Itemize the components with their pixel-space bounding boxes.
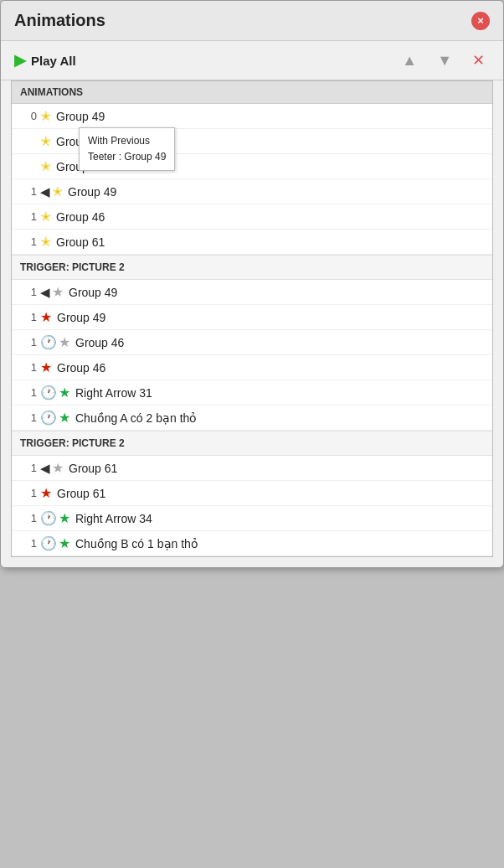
clock-icon: 🕐 [40,535,57,551]
move-up-button[interactable]: ▲ [397,50,422,71]
row-number: 1 [20,537,37,550]
play-all-button[interactable]: ▶ Play All [14,51,76,70]
row-label: Group 49 [57,311,105,324]
table-row[interactable]: 1 🕐 ★ Group 46 [12,330,492,355]
row-label: Chuồng A có 2 bạn thỏ [75,411,197,425]
row-number: 1 [20,361,37,374]
row-label: Group 46 [57,361,105,375]
move-down-button[interactable]: ▼ [432,50,457,71]
tooltip: With Previous Teeter : Group 49 [79,127,175,171]
panel-title: Animations [14,11,105,30]
animations-list: ANIMATIONS 0 ✭ Group 49 With Previous Te… [11,80,493,557]
star-green-icon: ★ [59,510,70,526]
row-label: Group 46 [75,336,124,349]
table-row[interactable]: 1 ★ Group 46 [12,355,492,380]
list-header: ANIMATIONS [12,81,492,104]
star-outline-icon: ★ [52,460,64,476]
cursor-icon: ◀ [40,184,50,199]
star-red-icon: ★ [40,485,52,501]
star-gold-icon: ✭ [40,158,51,174]
row-number: 1 [20,185,37,198]
star-gold-icon: ✭ [40,108,51,124]
star-gold-icon: ✭ [52,183,63,199]
row-label: Group 49 [69,286,117,299]
row-number: 1 [20,462,37,474]
row-number: 1 [20,411,37,424]
table-row[interactable]: 1 🕐 ★ Right Arrow 34 [12,506,492,531]
table-row[interactable]: 1 ◀ ★ Group 49 [12,280,492,305]
clock-icon: 🕐 [40,510,57,526]
clock-icon: 🕐 [40,385,57,400]
row-label: Chuồng B có 1 bạn thỏ [75,537,198,550]
table-row[interactable]: 1 ◀ ✭ Group 49 [12,179,492,204]
row-label: Right Arrow 34 [75,512,152,525]
star-red-icon: ★ [40,309,52,325]
play-all-label: Play All [31,54,76,68]
star-gold-icon: ✭ [40,209,51,225]
cursor-icon: ◀ [40,285,50,300]
star-outline-icon: ★ [52,284,64,300]
table-row[interactable]: 0 ✭ Group 49 With Previous Teeter : Grou… [12,104,492,129]
star-green-icon: ★ [59,385,70,400]
row-number: 1 [20,336,37,349]
table-row[interactable]: 1 ✭ Group 46 [12,204,492,230]
table-row[interactable]: 1 ✭ Group 61 [12,230,492,255]
section-label-1: TRIGGER: PICTURE 2 [12,255,492,280]
table-row[interactable]: 1 🕐 ★ Right Arrow 31 [12,380,492,406]
star-red-icon: ★ [40,359,52,375]
table-row[interactable]: 1 🕐 ★ Chuồng A có 2 bạn thỏ [12,406,492,431]
section-label-2: TRIGGER: PICTURE 2 [12,431,492,456]
delete-button[interactable]: ✕ [467,49,490,71]
star-gold-icon: ✭ [40,234,51,250]
cursor-icon: ◀ [40,461,50,476]
row-number: 1 [20,512,37,524]
row-label: Group 61 [69,462,117,475]
row-label: Group 49 [68,185,116,199]
row-label: Group 61 [57,487,105,500]
clock-icon: 🕐 [40,334,57,350]
star-green-icon: ★ [59,535,70,551]
tooltip-line1: With Previous [88,133,166,149]
row-number: 1 [20,286,37,298]
table-row[interactable]: 1 ★ Group 61 [12,481,492,506]
star-gold-icon: ✭ [40,133,51,149]
star-green-icon: ★ [59,410,70,426]
table-row[interactable]: 1 🕐 ★ Chuồng B có 1 bạn thỏ [12,531,492,556]
row-number: 1 [20,487,37,499]
row-number: 1 [20,210,37,223]
row-number: 1 [20,311,37,323]
tooltip-line2: Teeter : Group 49 [88,149,166,165]
table-row[interactable]: 1 ◀ ★ Group 61 [12,456,492,481]
toolbar: ▶ Play All ▲ ▼ ✕ [1,41,503,80]
row-number: 1 [20,235,37,248]
row-label: Group 49 [56,110,105,123]
row-number: 0 [20,110,37,122]
star-outline-icon: ★ [59,334,70,350]
play-icon: ▶ [14,51,26,70]
panel-header: Animations × [1,1,503,41]
row-label: Group 61 [56,235,105,249]
table-row[interactable]: 1 ★ Group 49 [12,305,492,330]
clock-icon: 🕐 [40,410,57,426]
close-button[interactable]: × [471,12,490,30]
row-number: 1 [20,386,37,399]
row-label: Group 46 [56,210,105,224]
animations-panel: Animations × ▶ Play All ▲ ▼ ✕ ANIMATIONS… [0,0,504,568]
row-label: Right Arrow 31 [75,386,152,400]
